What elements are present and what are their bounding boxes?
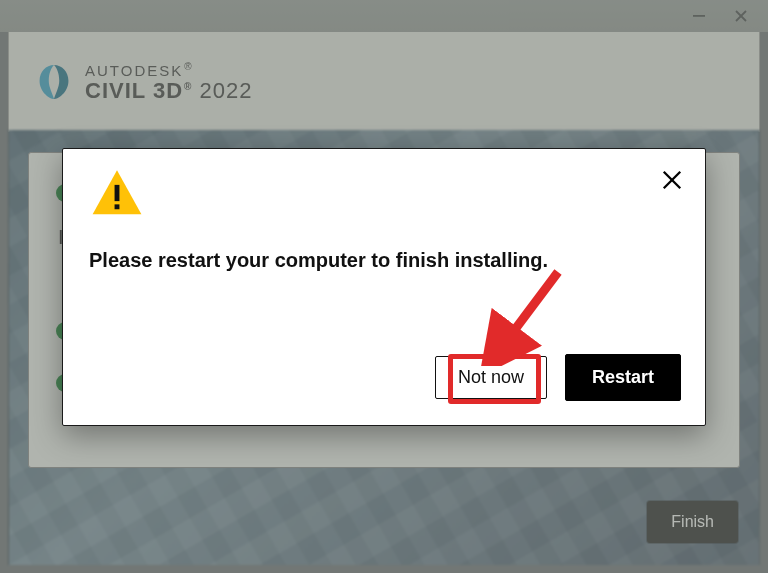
restart-dialog: Please restart your computer to finish i… (62, 148, 706, 426)
not-now-button[interactable]: Not now (435, 356, 547, 399)
installer-window: AUTODESK® CIVIL 3D® 2022 I Finish (0, 0, 768, 573)
warning-icon (91, 167, 143, 219)
dialog-close-button[interactable] (653, 161, 691, 199)
svg-rect-5 (115, 204, 120, 209)
svg-rect-4 (115, 185, 120, 201)
close-icon (661, 169, 683, 191)
dialog-button-row: Not now Restart (435, 354, 681, 401)
restart-button[interactable]: Restart (565, 354, 681, 401)
dialog-message: Please restart your computer to finish i… (89, 249, 548, 272)
